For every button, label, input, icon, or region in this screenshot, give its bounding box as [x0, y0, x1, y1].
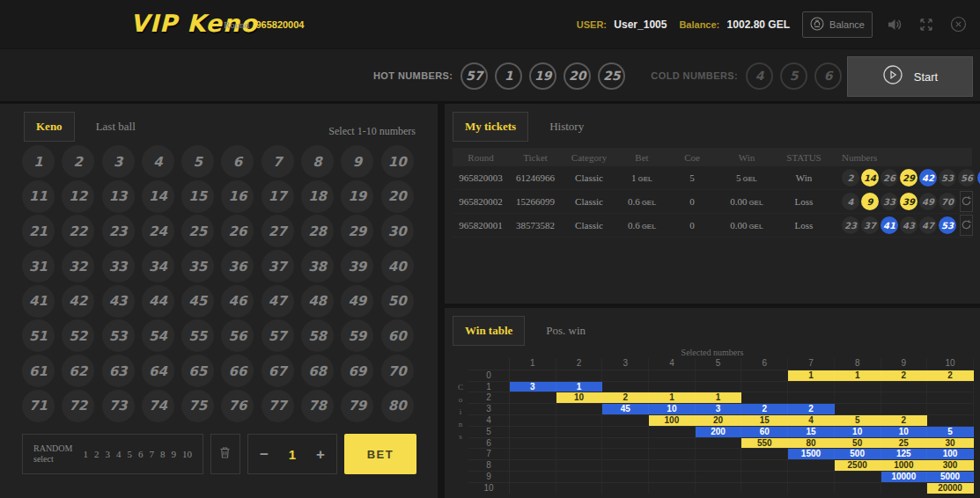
keno-number-45[interactable]: 45 [181, 285, 214, 318]
keno-number-4[interactable]: 4 [142, 145, 174, 178]
keno-number-55[interactable]: 55 [181, 319, 214, 352]
tab-history[interactable]: History [537, 112, 596, 142]
keno-number-75[interactable]: 75 [181, 390, 214, 422]
close-icon[interactable] [948, 15, 968, 34]
tab-keno[interactable]: Keno [24, 112, 75, 142]
keno-number-65[interactable]: 65 [181, 355, 214, 387]
keno-number-59[interactable]: 59 [341, 319, 373, 352]
keno-number-6[interactable]: 6 [221, 145, 254, 178]
keno-number-33[interactable]: 33 [102, 250, 135, 282]
keno-number-74[interactable]: 74 [142, 390, 174, 422]
keno-number-39[interactable]: 39 [341, 250, 373, 282]
keno-number-70[interactable]: 70 [381, 355, 414, 387]
keno-number-73[interactable]: 73 [102, 390, 135, 422]
keno-number-2[interactable]: 2 [62, 145, 94, 178]
keno-number-15[interactable]: 15 [181, 180, 214, 213]
keno-number-34[interactable]: 34 [142, 250, 174, 282]
random-count-8[interactable]: 8 [160, 449, 166, 459]
keno-number-51[interactable]: 51 [22, 319, 55, 352]
increase-bet-button[interactable]: + [316, 447, 325, 462]
tab-my-tickets[interactable]: My tickets [453, 112, 528, 142]
fullscreen-icon[interactable] [917, 15, 936, 34]
keno-number-40[interactable]: 40 [381, 250, 414, 282]
random-count-5[interactable]: 5 [127, 449, 132, 459]
clear-selection-button[interactable] [210, 434, 240, 474]
keno-number-53[interactable]: 53 [102, 319, 135, 352]
keno-number-27[interactable]: 27 [262, 215, 294, 247]
keno-number-5[interactable]: 5 [181, 145, 214, 178]
keno-number-44[interactable]: 44 [142, 285, 174, 318]
decrease-bet-button[interactable]: − [260, 447, 269, 462]
random-count-3[interactable]: 3 [105, 449, 110, 459]
rebet-button[interactable] [960, 215, 973, 236]
keno-number-54[interactable]: 54 [142, 319, 174, 352]
tab-pos-win[interactable]: Pos. win [534, 316, 598, 346]
keno-number-61[interactable]: 61 [22, 355, 55, 387]
random-count-1[interactable]: 1 [83, 449, 88, 459]
keno-number-9[interactable]: 9 [341, 145, 373, 178]
keno-number-72[interactable]: 72 [62, 390, 94, 422]
keno-number-1[interactable]: 1 [22, 145, 55, 178]
keno-number-62[interactable]: 62 [62, 355, 94, 387]
keno-number-22[interactable]: 22 [62, 215, 94, 247]
keno-number-13[interactable]: 13 [102, 180, 135, 213]
keno-number-28[interactable]: 28 [301, 215, 334, 247]
keno-number-21[interactable]: 21 [22, 215, 55, 247]
keno-number-37[interactable]: 37 [262, 250, 294, 282]
keno-number-32[interactable]: 32 [62, 250, 94, 282]
keno-number-42[interactable]: 42 [62, 285, 94, 318]
keno-number-68[interactable]: 68 [301, 355, 334, 387]
random-count-10[interactable]: 10 [182, 449, 192, 459]
random-count-2[interactable]: 2 [94, 449, 99, 459]
keno-number-14[interactable]: 14 [142, 180, 174, 213]
tab-win-table[interactable]: Win table [453, 316, 525, 346]
keno-number-23[interactable]: 23 [102, 215, 135, 247]
keno-number-35[interactable]: 35 [181, 250, 214, 282]
keno-number-52[interactable]: 52 [62, 319, 94, 352]
keno-number-76[interactable]: 76 [221, 390, 254, 422]
keno-number-11[interactable]: 11 [22, 180, 55, 213]
keno-number-56[interactable]: 56 [221, 319, 254, 352]
keno-number-7[interactable]: 7 [262, 145, 294, 178]
keno-number-49[interactable]: 49 [341, 285, 373, 318]
keno-number-78[interactable]: 78 [301, 390, 334, 422]
keno-number-58[interactable]: 58 [301, 319, 334, 352]
random-count-6[interactable]: 6 [138, 449, 144, 459]
tab-last-ball[interactable]: Last ball [84, 112, 148, 142]
keno-number-20[interactable]: 20 [381, 180, 414, 213]
keno-number-29[interactable]: 29 [341, 215, 373, 247]
keno-number-66[interactable]: 66 [221, 355, 254, 387]
rebet-button[interactable] [960, 191, 973, 212]
keno-number-64[interactable]: 64 [142, 355, 174, 387]
keno-number-63[interactable]: 63 [102, 355, 135, 387]
balance-button[interactable]: Balance [802, 11, 873, 38]
keno-number-18[interactable]: 18 [301, 180, 334, 213]
keno-number-79[interactable]: 79 [341, 390, 373, 422]
keno-number-71[interactable]: 71 [22, 390, 55, 422]
keno-number-47[interactable]: 47 [262, 285, 294, 318]
random-count-9[interactable]: 9 [171, 449, 176, 459]
keno-number-24[interactable]: 24 [142, 215, 174, 247]
keno-number-57[interactable]: 57 [262, 319, 294, 352]
keno-number-3[interactable]: 3 [102, 145, 135, 178]
keno-number-26[interactable]: 26 [221, 215, 254, 247]
sound-icon[interactable] [885, 15, 904, 34]
keno-number-30[interactable]: 30 [381, 215, 414, 247]
keno-number-10[interactable]: 10 [381, 145, 414, 178]
keno-number-69[interactable]: 69 [341, 355, 373, 387]
keno-number-19[interactable]: 19 [341, 180, 373, 213]
random-count-7[interactable]: 7 [149, 449, 154, 459]
keno-number-60[interactable]: 60 [381, 319, 414, 352]
keno-number-43[interactable]: 43 [102, 285, 135, 318]
keno-number-16[interactable]: 16 [221, 180, 254, 213]
keno-number-77[interactable]: 77 [262, 390, 294, 422]
random-count-4[interactable]: 4 [116, 449, 122, 459]
keno-number-38[interactable]: 38 [301, 250, 334, 282]
start-button[interactable]: Start [847, 56, 973, 97]
keno-number-80[interactable]: 80 [381, 390, 414, 422]
keno-number-17[interactable]: 17 [262, 180, 294, 213]
keno-number-48[interactable]: 48 [301, 285, 334, 318]
keno-number-31[interactable]: 31 [22, 250, 55, 282]
keno-number-46[interactable]: 46 [221, 285, 254, 318]
keno-number-36[interactable]: 36 [221, 250, 254, 282]
